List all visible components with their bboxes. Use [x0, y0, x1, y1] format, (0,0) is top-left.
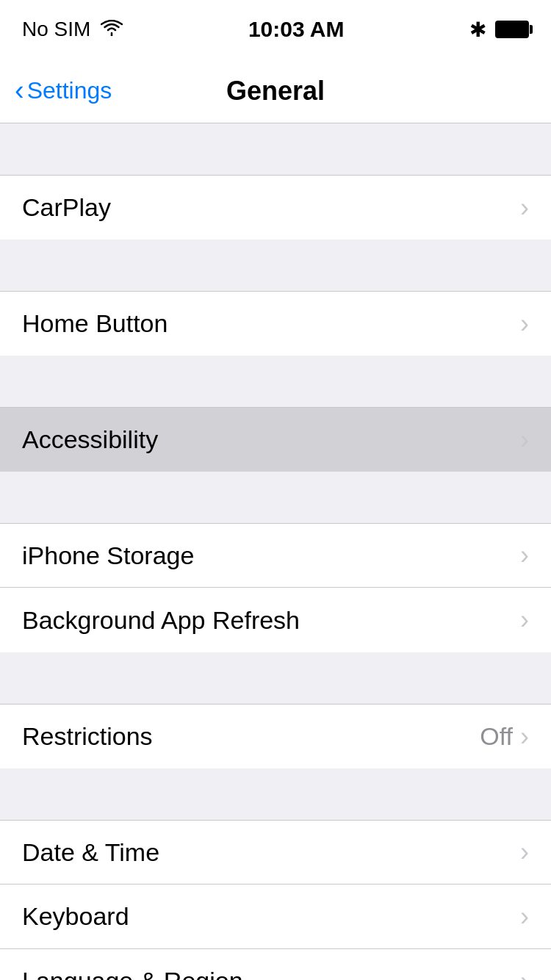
chevron-icon: › [520, 425, 529, 455]
section-carplay: CarPlay › [0, 175, 551, 239]
row-carplay[interactable]: CarPlay › [0, 175, 551, 239]
carrier-label: No SIM [22, 18, 90, 41]
row-restrictions[interactable]: Restrictions Off › [0, 704, 551, 768]
background-app-refresh-label: Background App Refresh [22, 606, 300, 635]
row-keyboard[interactable]: Keyboard › [0, 884, 551, 949]
language-region-right: › [520, 966, 529, 981]
keyboard-label: Keyboard [22, 902, 129, 931]
wifi-icon [101, 18, 123, 41]
chevron-icon: › [520, 837, 529, 868]
status-time: 10:03 AM [248, 17, 345, 42]
row-iphone-storage[interactable]: iPhone Storage › [0, 523, 551, 588]
chevron-icon: › [520, 721, 529, 752]
chevron-icon: › [520, 966, 529, 981]
row-background-app-refresh[interactable]: Background App Refresh › [0, 588, 551, 652]
back-button[interactable]: ‹ Settings [15, 75, 112, 107]
nav-bar: ‹ Settings General [0, 59, 551, 123]
home-button-right: › [520, 309, 529, 339]
page-title: General [226, 76, 325, 107]
chevron-icon: › [520, 540, 529, 571]
restrictions-right: Off › [480, 721, 529, 752]
chevron-icon: › [520, 901, 529, 932]
bluetooth-icon: ✱ [469, 18, 486, 42]
home-button-label: Home Button [22, 309, 168, 338]
chevron-icon: › [520, 309, 529, 339]
status-right: ✱ [469, 18, 529, 42]
background-app-refresh-right: › [520, 605, 529, 635]
row-accessibility[interactable]: Accessibility › [0, 407, 551, 472]
status-bar: No SIM 10:03 AM ✱ [0, 0, 551, 59]
restrictions-label: Restrictions [22, 722, 153, 751]
section-gap-top [0, 123, 551, 175]
chevron-icon: › [520, 192, 529, 223]
status-left: No SIM [22, 18, 123, 41]
section-storage-refresh: iPhone Storage › Background App Refresh … [0, 523, 551, 652]
section-gap-5 [0, 768, 551, 820]
back-label: Settings [27, 77, 112, 104]
section-datetime-etc: Date & Time › Keyboard › Language & Regi… [0, 820, 551, 980]
section-homebutton: Home Button › [0, 291, 551, 356]
section-accessibility: Accessibility › [0, 407, 551, 472]
carplay-right: › [520, 192, 529, 223]
language-region-label: Language & Region [22, 967, 243, 980]
iphone-storage-right: › [520, 540, 529, 571]
chevron-icon: › [520, 605, 529, 635]
row-date-time[interactable]: Date & Time › [0, 820, 551, 884]
battery-icon [495, 21, 529, 38]
section-gap-4 [0, 652, 551, 704]
back-chevron-icon: ‹ [15, 75, 24, 107]
section-gap-3 [0, 472, 551, 523]
row-language-region[interactable]: Language & Region › [0, 949, 551, 980]
restrictions-value: Off [480, 722, 513, 751]
carplay-label: CarPlay [22, 193, 111, 222]
date-time-right: › [520, 837, 529, 868]
section-gap-2 [0, 356, 551, 407]
iphone-storage-label: iPhone Storage [22, 541, 194, 570]
keyboard-right: › [520, 901, 529, 932]
section-gap-1 [0, 239, 551, 291]
section-restrictions: Restrictions Off › [0, 704, 551, 768]
row-home-button[interactable]: Home Button › [0, 291, 551, 356]
date-time-label: Date & Time [22, 838, 159, 867]
accessibility-label: Accessibility [22, 425, 158, 454]
accessibility-right: › [520, 425, 529, 455]
